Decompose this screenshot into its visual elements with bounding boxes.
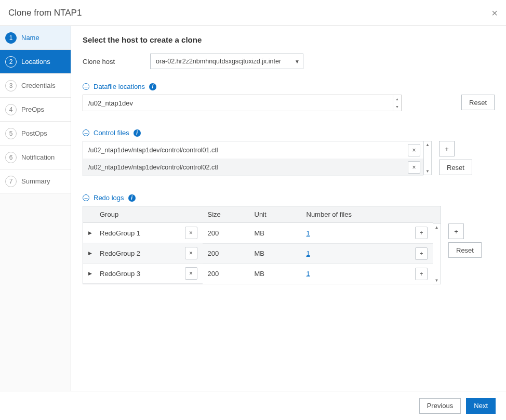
datafile-row: ▲ ▼ Reset <box>83 95 495 111</box>
controlfiles-reset-button[interactable]: Reset <box>439 160 472 175</box>
next-button[interactable]: Next <box>466 398 496 414</box>
scroll-down-icon[interactable]: ▼ <box>433 277 441 284</box>
collapse-icon[interactable]: – <box>83 194 89 201</box>
step-label: Name <box>21 34 39 42</box>
clone-host-label: Clone host <box>83 58 150 65</box>
remove-redolog-button[interactable]: × <box>185 267 197 280</box>
redolog-group: RedoGroup 2 <box>100 250 180 257</box>
col-size: Size <box>203 206 249 223</box>
step-notification[interactable]: 6 Notification <box>0 146 71 169</box>
spinner-up-icon[interactable]: ▲ <box>393 95 401 103</box>
redolog-row: ▶ RedoGroup 3 × 200 MB 1 + <box>83 264 433 284</box>
add-redofile-button[interactable]: + <box>415 247 428 260</box>
collapse-icon[interactable]: – <box>83 83 89 90</box>
col-unit: Unit <box>249 206 301 223</box>
info-icon[interactable]: i <box>134 129 141 137</box>
step-label: Locations <box>21 58 50 65</box>
clone-host-dropdown[interactable]: ora-02.hr2z2nbmhnqutdsxgscjtuxizd.jx.int… <box>150 54 303 69</box>
redolog-unit: MB <box>249 243 301 264</box>
add-redogroup-button[interactable]: + <box>448 224 464 239</box>
redolog-group: RedoGroup 1 <box>100 229 180 237</box>
step-label: PostOps <box>21 129 47 137</box>
close-icon[interactable]: × <box>491 8 498 18</box>
controlfiles-list: /u02_ntap1dev/ntap1dev/control/control01… <box>83 141 423 176</box>
controlfile-path: /u02_ntap1dev/ntap1dev/control/control01… <box>88 147 408 154</box>
remove-redolog-button[interactable]: × <box>185 247 197 259</box>
redolog-size: 200 <box>203 243 249 264</box>
redologs-scroll: ▲ ▼ <box>433 206 441 284</box>
add-redofile-button[interactable]: + <box>415 227 428 239</box>
scroll-down-icon[interactable]: ▼ <box>424 168 431 175</box>
remove-controlfile-button[interactable]: × <box>408 161 420 174</box>
redolog-size: 200 <box>203 223 249 244</box>
redolog-numfiles-link[interactable]: 1 <box>307 229 310 237</box>
step-number: 7 <box>5 176 17 187</box>
remove-redolog-button[interactable]: × <box>185 227 197 239</box>
controlfiles-section-header: – Control files i <box>83 129 495 137</box>
redolog-numfiles-link[interactable]: 1 <box>307 250 310 257</box>
collapse-icon[interactable]: – <box>83 129 89 136</box>
expand-icon[interactable]: ▶ <box>88 230 95 235</box>
datafile-input[interactable] <box>83 95 393 111</box>
redologs-table: Group Size Unit Number of files ▶ RedoGr… <box>83 206 433 284</box>
redolog-row: ▶ RedoGroup 2 × 200 MB 1 + <box>83 243 433 264</box>
step-number: 6 <box>5 152 17 163</box>
clone-host-row: Clone host ora-02.hr2z2nbmhnqutdsxgscjtu… <box>83 54 495 69</box>
controlfile-item: /u02_ntap1dev/ntap1dev/control/control02… <box>83 159 423 176</box>
redologs-title: Redo logs <box>94 194 124 202</box>
step-number: 5 <box>5 128 17 139</box>
step-label: PreOps <box>21 106 44 113</box>
redologs-section-header: – Redo logs i <box>83 194 495 202</box>
step-label: Summary <box>21 177 50 185</box>
controlfiles-scroll: ▲ ▼ <box>423 141 432 175</box>
step-label: Notification <box>21 153 55 161</box>
step-summary[interactable]: 7 Summary <box>0 169 71 193</box>
info-icon[interactable]: i <box>128 194 136 202</box>
remove-controlfile-button[interactable]: × <box>408 144 420 156</box>
page-title: Select the host to create a clone <box>83 35 495 44</box>
redologs-reset-button[interactable]: Reset <box>448 242 482 258</box>
expand-icon[interactable]: ▶ <box>88 251 95 256</box>
controlfiles-row: /u02_ntap1dev/ntap1dev/control/control01… <box>83 141 495 176</box>
add-redofile-button[interactable]: + <box>415 268 428 280</box>
datafile-section-header: – Datafile locations i <box>83 83 495 90</box>
add-controlfile-button[interactable]: + <box>439 141 455 156</box>
scroll-track[interactable] <box>433 231 441 277</box>
scroll-up-icon[interactable]: ▲ <box>433 224 441 231</box>
step-preops[interactable]: 4 PreOps <box>0 98 71 122</box>
spinner-arrows: ▲ ▼ <box>393 95 401 111</box>
redolog-row: ▶ RedoGroup 1 × 200 MB 1 + <box>83 223 433 244</box>
datafile-reset-button[interactable]: Reset <box>461 95 495 110</box>
col-group: Group <box>83 206 203 223</box>
step-number: 4 <box>5 104 17 115</box>
dialog-header: Clone from NTAP1 × <box>0 0 506 26</box>
step-number: 1 <box>5 32 17 44</box>
controlfiles-title: Control files <box>94 129 129 137</box>
controlfile-path: /u02_ntap1dev/ntap1dev/control/control02… <box>88 164 408 171</box>
caret-down-icon: ▼ <box>295 59 300 64</box>
dialog-footer: Previous Next <box>0 391 506 420</box>
previous-button[interactable]: Previous <box>419 398 461 414</box>
step-label: Credentials <box>21 82 56 89</box>
scroll-track[interactable] <box>424 148 431 168</box>
step-number: 3 <box>5 80 17 91</box>
redolog-numfiles-link[interactable]: 1 <box>307 270 310 278</box>
step-name[interactable]: 1 Name <box>0 26 71 50</box>
dialog-title: Clone from NTAP1 <box>8 8 82 18</box>
clone-host-value: ora-02.hr2z2nbmhnqutdsxgscjtuxizd.jx.int… <box>156 58 281 65</box>
step-number: 2 <box>5 56 17 68</box>
step-credentials[interactable]: 3 Credentials <box>0 74 71 98</box>
step-locations[interactable]: 2 Locations <box>0 50 71 74</box>
step-postops[interactable]: 5 PostOps <box>0 122 71 146</box>
controlfile-item: /u02_ntap1dev/ntap1dev/control/control01… <box>83 141 423 159</box>
scroll-up-icon[interactable]: ▲ <box>424 141 431 148</box>
redologs-row: Group Size Unit Number of files ▶ RedoGr… <box>83 206 495 284</box>
spinner-down-icon[interactable]: ▼ <box>393 103 401 111</box>
redolog-unit: MB <box>249 223 301 244</box>
info-icon[interactable]: i <box>149 83 156 90</box>
wizard-sidebar: 1 Name 2 Locations 3 Credentials 4 PreOp… <box>0 26 71 391</box>
redolog-group: RedoGroup 3 <box>100 270 180 278</box>
expand-icon[interactable]: ▶ <box>88 271 95 276</box>
main-panel: Select the host to create a clone Clone … <box>71 26 506 391</box>
redolog-size: 200 <box>203 264 249 284</box>
